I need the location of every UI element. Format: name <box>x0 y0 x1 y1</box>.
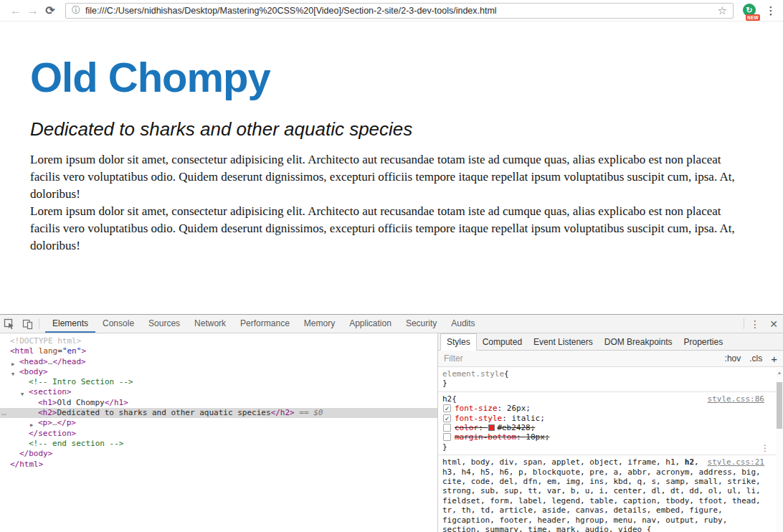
dom-tree-node[interactable]: <h1>Old Chompy</h1> <box>0 398 437 408</box>
styles-filter-bar: Filter :hov .cls + <box>438 351 783 367</box>
elements-tree-panel: <!DOCTYPE html><html lang="en">▶<head>…<… <box>0 333 438 532</box>
dom-tree-node[interactable]: ▶<head>…</head> <box>0 357 437 367</box>
rule-more-icon[interactable]: ⋮ <box>761 444 769 453</box>
devtools-tab-console[interactable]: Console <box>95 315 141 333</box>
page-paragraph: Lorem ipsum dolor sit amet, consectetur … <box>30 151 751 203</box>
css-rule: element.style{} <box>438 367 776 392</box>
devtools-tab-sources[interactable]: Sources <box>141 315 187 333</box>
property-toggle-checkbox[interactable]: ✓ <box>443 414 451 422</box>
filter-input[interactable]: Filter <box>444 353 716 364</box>
address-bar[interactable]: ⓘ file:///C:/Users/nidhishas/Desktop/Mas… <box>65 3 734 19</box>
back-icon[interactable]: ← <box>7 4 24 17</box>
sidebar-tab-event-listeners[interactable]: Event Listeners <box>528 333 599 350</box>
stylesheet-link[interactable]: style.css:21 <box>708 457 764 467</box>
dom-tree-node[interactable]: ▼<body> <box>0 367 437 377</box>
css-rule: style.css:86h2{✓font-size: 26px;✓font-st… <box>438 392 776 455</box>
bookmark-star-icon[interactable]: ☆ <box>718 4 727 17</box>
dom-tree-node[interactable]: </section> <box>0 429 437 439</box>
css-property[interactable]: ✓font-style: italic; <box>442 414 764 423</box>
devtools-tab-elements[interactable]: Elements <box>45 315 95 333</box>
toolbar-divider <box>39 318 39 329</box>
page-title: Old Chompy <box>30 53 751 101</box>
dom-tree-node[interactable]: </body> <box>0 449 437 459</box>
sidebar-tab-dom-breakpoints[interactable]: DOM Breakpoints <box>599 333 678 350</box>
dom-tree-node[interactable]: <!DOCTYPE html> <box>0 336 437 346</box>
browser-toolbar: ← → ⟳ ⓘ file:///C:/Users/nidhishas/Deskt… <box>0 0 783 22</box>
devtools-panel: ElementsConsoleSourcesNetworkPerformance… <box>0 314 783 532</box>
css-selector-line[interactable]: element.style{ <box>442 369 764 379</box>
dom-tree-node[interactable]: <!-- Intro Section --> <box>0 377 437 387</box>
css-rules-list: element.style{}style.css:86h2{✓font-size… <box>438 367 783 532</box>
page-paragraph: Lorem ipsum dolor sit amet, consectetur … <box>30 203 751 255</box>
property-toggle-checkbox[interactable]: ✓ <box>443 404 451 412</box>
css-rule: style.css:21html, body, div, span, apple… <box>438 455 776 532</box>
extension-button[interactable]: ↻ NEW <box>743 4 757 18</box>
page-info-icon[interactable]: ⓘ <box>72 4 80 16</box>
devtools-menu-icon[interactable]: ⋮ <box>746 315 764 333</box>
dom-tree-node[interactable]: ▶<p>…</p> <box>0 418 437 428</box>
dom-tree-node[interactable]: <!-- end section --> <box>0 439 437 449</box>
forward-icon[interactable]: → <box>24 4 42 17</box>
color-swatch[interactable] <box>488 424 495 431</box>
property-toggle-checkbox[interactable] <box>443 433 451 441</box>
devtools-tab-audits[interactable]: Audits <box>444 315 482 333</box>
new-style-rule-button[interactable]: + <box>771 353 777 365</box>
dom-tree-node[interactable]: </html> <box>0 460 437 470</box>
page-subtitle: Dedicated to sharks and other aquatic sp… <box>30 118 751 141</box>
devtools-tab-security[interactable]: Security <box>399 315 444 333</box>
sidebar-tab-styles[interactable]: Styles <box>440 333 477 351</box>
toolbar-divider <box>744 318 744 329</box>
toggle-element-state-button[interactable]: :hov <box>725 353 741 364</box>
css-property[interactable]: margin-bottom: 10px; <box>442 432 764 442</box>
sidebar-tab-computed[interactable]: Computed <box>477 333 528 350</box>
dom-tree-node[interactable]: <html lang="en"> <box>0 346 437 356</box>
devtools-tab-bar: ElementsConsoleSourcesNetworkPerformance… <box>45 315 483 333</box>
stylesheet-link[interactable]: style.css:86 <box>708 394 764 404</box>
css-selector-line[interactable]: style.css:86h2{ <box>442 394 764 404</box>
element-classes-button[interactable]: .cls <box>749 353 762 364</box>
sidebar-tab-properties[interactable]: Properties <box>678 333 729 350</box>
web-page-viewport: Old Chompy Dedicated to sharks and other… <box>0 22 783 314</box>
url-text[interactable]: file:///C:/Users/nidhishas/Desktop/Maste… <box>85 6 713 16</box>
css-property[interactable]: ✓font-size: 26px; <box>442 404 764 413</box>
devtools-tab-memory[interactable]: Memory <box>297 315 342 333</box>
devtools-tab-performance[interactable]: Performance <box>233 315 297 333</box>
dom-tree-node[interactable]: …<h2>Dedicated to sharks and other aquat… <box>0 408 437 418</box>
styles-scrollbar[interactable]: ▲ <box>776 368 783 532</box>
dom-tree-node[interactable]: ▼<section> <box>0 387 437 397</box>
scrollbar-thumb[interactable] <box>777 382 782 429</box>
devtools-toolbar: ElementsConsoleSourcesNetworkPerformance… <box>0 315 783 333</box>
extension-new-badge: NEW <box>746 14 760 21</box>
css-property[interactable]: color: #eb2428; <box>442 423 764 432</box>
devtools-tab-network[interactable]: Network <box>187 315 233 333</box>
row-ellipsis-icon: … <box>1 408 6 418</box>
browser-menu-icon[interactable]: ⋮ <box>763 4 779 17</box>
devtools-close-icon[interactable]: ✕ <box>764 315 783 333</box>
property-toggle-checkbox[interactable] <box>443 424 451 432</box>
sidebar-tab-bar: StylesComputedEvent ListenersDOM Breakpo… <box>438 333 783 351</box>
scrollbar-up-icon[interactable]: ▲ <box>776 368 783 375</box>
refresh-icon[interactable]: ⟳ <box>42 4 59 17</box>
css-selector-line[interactable]: style.css:21html, body, div, span, apple… <box>442 457 764 532</box>
device-toolbar-icon[interactable] <box>19 315 37 333</box>
styles-sidebar: StylesComputedEvent ListenersDOM Breakpo… <box>438 333 783 532</box>
inspect-element-icon[interactable] <box>0 315 19 333</box>
devtools-tab-application[interactable]: Application <box>342 315 399 333</box>
